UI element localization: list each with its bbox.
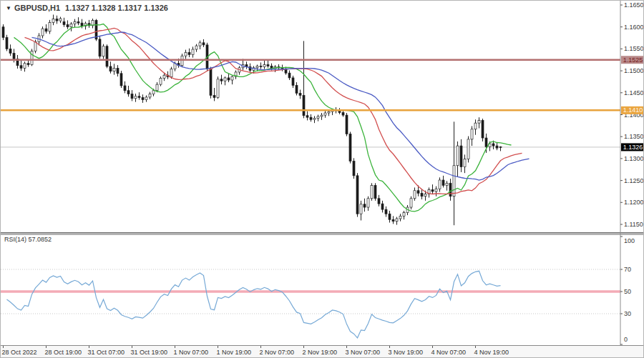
candle-body <box>45 29 47 31</box>
candle-body <box>199 43 201 46</box>
rsi-tick-label: 0 <box>624 336 628 343</box>
candle-body <box>399 216 401 219</box>
chart-canvas[interactable]: 1.16501.16001.15501.15001.14501.14001.13… <box>1 1 644 358</box>
rsi-value: 57.0852 <box>29 236 52 243</box>
candle-body <box>228 78 230 80</box>
candle-body <box>127 91 130 94</box>
price-tick-label: 1.1350 <box>624 133 644 140</box>
candle-body <box>324 113 326 115</box>
candle-body <box>267 65 269 66</box>
candle-body <box>374 185 376 198</box>
candle-body <box>460 146 462 166</box>
level-badge-label: 1.1410 <box>623 106 643 114</box>
candle-body <box>203 43 205 45</box>
candle-body <box>439 180 441 189</box>
candle-body <box>59 19 62 21</box>
candle-body <box>156 84 158 91</box>
time-tick-label: 3 Nov 19:00 <box>389 349 424 356</box>
candle-body <box>152 91 155 94</box>
candlesticks <box>2 15 502 226</box>
candle-body <box>392 219 394 221</box>
collapse-triangle-icon[interactable]: ▼ <box>6 5 11 11</box>
price-tick-label: 1.1600 <box>624 24 644 31</box>
candle-body <box>321 115 323 116</box>
pane-separator[interactable] <box>1 233 644 235</box>
candle-body <box>260 66 262 66</box>
candle-body <box>317 116 319 118</box>
time-tick-label: 3 Nov 07:00 <box>346 349 381 356</box>
time-tick-label: 2 Nov 19:00 <box>303 349 338 356</box>
candle-body <box>113 68 115 71</box>
time-tick-label: 31 Oct 07:00 <box>88 349 125 356</box>
candle-body <box>160 79 162 85</box>
candle-body <box>442 180 444 185</box>
time-tick-label: 4 Nov 07:00 <box>431 349 467 356</box>
rsi-name: RSI(14) <box>4 236 26 243</box>
candle-body <box>117 68 119 73</box>
price-tick-label: 1.1250 <box>624 177 644 184</box>
pane-separator-edge <box>1 232 644 233</box>
candle-body <box>77 21 79 23</box>
candle-body <box>360 204 362 214</box>
candle-body <box>313 118 316 119</box>
price-tick-label: 1.1450 <box>624 89 644 96</box>
chart-title-bar: ▼GBPUSD,H11.1327 1.1328 1.1317 1.1326 <box>6 4 168 12</box>
candle-body <box>485 138 487 146</box>
candle-body <box>310 117 312 119</box>
candle-body <box>70 24 72 26</box>
candle-body <box>67 25 69 27</box>
time-tick-label: 28 Oct 2022 <box>2 349 37 356</box>
candle-body <box>20 66 22 69</box>
rsi-axis[interactable]: 1007050300 <box>620 237 635 344</box>
candle-body <box>356 176 358 214</box>
time-tick-label: 2 Nov 07:00 <box>260 349 295 356</box>
price-tick-label: 1.1200 <box>624 199 644 206</box>
candle-body <box>27 64 29 65</box>
candle-body <box>24 64 26 69</box>
rsi-line <box>7 271 501 338</box>
rsi-tick-label: 70 <box>624 266 631 273</box>
candle-body <box>396 219 398 222</box>
candle-body <box>346 115 348 134</box>
candle-body <box>492 144 494 146</box>
candle-body <box>42 29 44 36</box>
candle-body <box>210 69 212 96</box>
candle-body <box>381 204 384 209</box>
candle-body <box>364 204 366 207</box>
candle-body <box>56 19 58 21</box>
candle-body <box>195 46 197 49</box>
candle-body <box>457 146 459 166</box>
candle-body <box>378 199 380 204</box>
time-tick-label: 31 Oct 19:00 <box>131 349 168 356</box>
price-tick-label: 1.1500 <box>624 67 644 74</box>
price-axis[interactable]: 1.16501.16001.15501.15001.14501.14001.13… <box>620 1 644 228</box>
candle-body <box>306 116 308 117</box>
time-tick-label: 1 Nov 19:00 <box>217 349 252 356</box>
candle-body <box>192 49 194 54</box>
candle-body <box>467 139 469 159</box>
candle-body <box>385 209 387 214</box>
candle-body <box>446 183 448 185</box>
candle-body <box>13 54 15 59</box>
candle-body <box>471 129 473 139</box>
quote-open: 1.1327 <box>65 4 89 12</box>
candle-body <box>142 98 144 100</box>
candle-body <box>288 73 291 78</box>
candle-body <box>99 39 101 56</box>
candle-body <box>102 46 104 56</box>
candle-body <box>170 69 172 77</box>
candle-body <box>224 78 226 81</box>
candle-body <box>328 111 330 113</box>
candle-body <box>124 86 126 91</box>
time-tick-label: 4 Nov 19:00 <box>474 349 509 356</box>
candle-body <box>410 199 412 207</box>
candle-body <box>2 27 4 38</box>
candle-body <box>353 161 355 176</box>
candle-body <box>435 189 437 192</box>
candle-body <box>367 199 369 207</box>
candle-body <box>185 52 187 56</box>
candle-body <box>217 79 219 98</box>
candle-body <box>135 96 137 99</box>
rsi-tick-label: 100 <box>624 237 635 244</box>
candle-body <box>431 189 434 191</box>
